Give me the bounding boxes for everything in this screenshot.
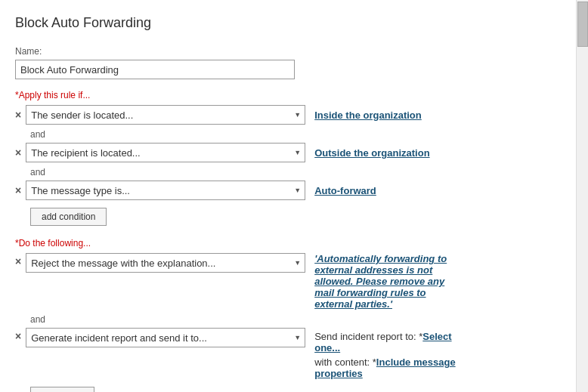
action-2-value: Send incident report to: *Select one... … bbox=[314, 328, 466, 379]
remove-condition-2[interactable]: × bbox=[15, 147, 21, 158]
condition-row-3: × The message type is... Auto-forward bbox=[15, 181, 553, 200]
remove-condition-3[interactable]: × bbox=[15, 185, 21, 196]
send-incident-line1: Send incident report to: *Select one... bbox=[314, 331, 466, 353]
condition-3-link[interactable]: Auto-forward bbox=[314, 185, 376, 196]
action-row-1: × Reject the message with the explanatio… bbox=[15, 253, 553, 310]
condition-row-2: × The recipient is located... Outside th… bbox=[15, 143, 553, 162]
remove-action-2[interactable]: × bbox=[15, 331, 21, 341]
page-title: Block Auto Forwarding bbox=[15, 15, 553, 31]
action-2-select-wrap: Generate incident report and send it to.… bbox=[26, 328, 305, 347]
condition-2-select-wrap: The recipient is located... bbox=[26, 143, 305, 162]
condition-3-select[interactable]: The message type is... bbox=[26, 181, 305, 200]
remove-action-1[interactable]: × bbox=[15, 256, 21, 267]
action-1-value: 'Automatically forwarding to external ad… bbox=[314, 253, 466, 310]
condition-3-select-wrap: The message type is... bbox=[26, 181, 305, 200]
and-1: and bbox=[30, 129, 553, 140]
name-input[interactable] bbox=[15, 60, 295, 79]
condition-1-value: Inside the organization bbox=[314, 110, 422, 121]
condition-2-link[interactable]: Outside the organization bbox=[314, 147, 429, 159]
action-row-2: × Generate incident report and send it t… bbox=[15, 328, 553, 379]
apply-rule-label: *Apply this rule if... bbox=[15, 90, 553, 100]
add-action-button[interactable]: add action bbox=[30, 387, 94, 392]
condition-1-select[interactable]: The sender is located... bbox=[26, 105, 305, 125]
condition-2-value: Outside the organization bbox=[314, 147, 429, 159]
action-1-select-wrap: Reject the message with the explanation.… bbox=[26, 253, 305, 273]
and-2: and bbox=[30, 167, 553, 177]
action-1-link[interactable]: 'Automatically forwarding to external ad… bbox=[314, 253, 447, 310]
scrollbar[interactable] bbox=[576, 0, 588, 392]
condition-3-value: Auto-forward bbox=[314, 185, 376, 196]
condition-1-link[interactable]: Inside the organization bbox=[314, 110, 422, 121]
and-3: and bbox=[30, 314, 553, 325]
scrollbar-thumb[interactable] bbox=[577, 2, 588, 47]
condition-row-1: × The sender is located... Inside the or… bbox=[15, 105, 553, 125]
action-2-select[interactable]: Generate incident report and send it to.… bbox=[26, 328, 305, 347]
remove-condition-1[interactable]: × bbox=[15, 110, 21, 120]
condition-2-select[interactable]: The recipient is located... bbox=[26, 143, 305, 162]
send-incident-line2: with content: *Include message propertie… bbox=[314, 357, 466, 379]
condition-1-select-wrap: The sender is located... bbox=[26, 105, 305, 125]
action-1-select[interactable]: Reject the message with the explanation.… bbox=[26, 253, 305, 273]
add-condition-button[interactable]: add condition bbox=[30, 208, 107, 226]
name-label: Name: bbox=[15, 46, 553, 57]
do-following-label: *Do the following... bbox=[15, 238, 553, 248]
